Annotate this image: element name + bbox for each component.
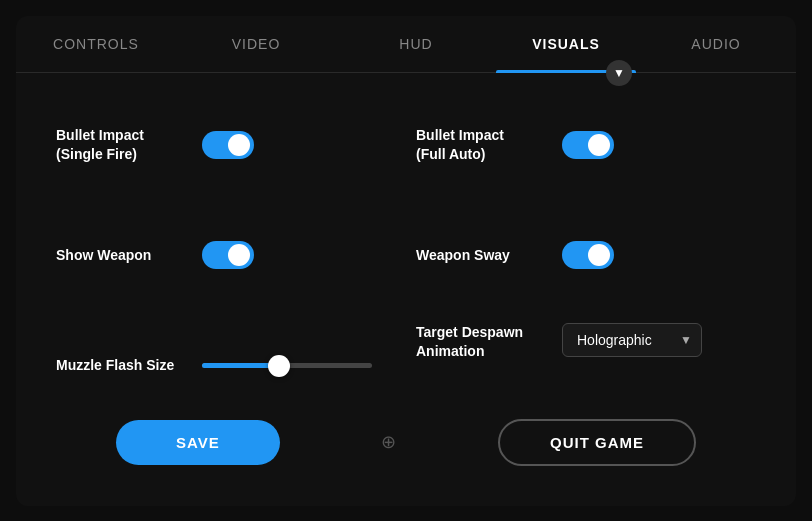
bullet-impact-single-toggle[interactable] [202,131,254,159]
quit-game-button[interactable]: QUIT GAME [498,419,696,466]
bottom-buttons: SAVE ⊕ QUIT GAME [56,409,756,486]
tab-visuals-wrapper: VISUALS ▼ [496,16,636,72]
setting-bullet-impact-full: Bullet Impact (Full Auto) [416,103,756,188]
tab-hud[interactable]: HUD [336,16,496,72]
tab-dropdown-arrow[interactable]: ▼ [606,60,632,86]
bullet-impact-full-toggle[interactable] [562,131,614,159]
tab-controls[interactable]: CONTROLS [16,16,176,72]
settings-grid: Bullet Impact (Single Fire) Bullet Impac… [56,103,756,409]
bullet-impact-full-label: Bullet Impact (Full Auto) [416,126,546,164]
setting-muzzle-flash: Muzzle Flash Size [56,323,396,408]
bullet-impact-single-label: Bullet Impact (Single Fire) [56,126,186,164]
weapon-sway-toggle[interactable] [562,241,614,269]
tab-video[interactable]: VIDEO [176,16,336,72]
tab-bar: CONTROLS VIDEO HUD VISUALS ▼ AUDIO [16,16,796,73]
settings-content: Bullet Impact (Single Fire) Bullet Impac… [16,73,796,506]
settings-panel: CONTROLS VIDEO HUD VISUALS ▼ AUDIO Bulle… [16,16,796,506]
save-button[interactable]: SAVE [116,420,280,465]
target-despawn-label: Target Despawn Animation [416,323,546,361]
target-despawn-select[interactable]: Holographic Standard None [562,323,702,357]
slider-thumb[interactable] [268,355,290,377]
slider-track [202,363,372,368]
show-weapon-toggle[interactable] [202,241,254,269]
muzzle-flash-label: Muzzle Flash Size [56,356,186,375]
show-weapon-label: Show Weapon [56,246,186,265]
setting-show-weapon: Show Weapon [56,218,396,293]
tab-audio[interactable]: AUDIO [636,16,796,72]
muzzle-flash-slider-container [202,352,372,380]
setting-weapon-sway: Weapon Sway [416,218,756,293]
center-icon: ⊕ [381,431,396,453]
target-despawn-dropdown: Holographic Standard None ▼ [562,323,702,357]
setting-target-despawn: Target Despawn Animation Holographic Sta… [416,323,756,408]
setting-bullet-impact-single: Bullet Impact (Single Fire) [56,103,396,188]
weapon-sway-label: Weapon Sway [416,246,546,265]
